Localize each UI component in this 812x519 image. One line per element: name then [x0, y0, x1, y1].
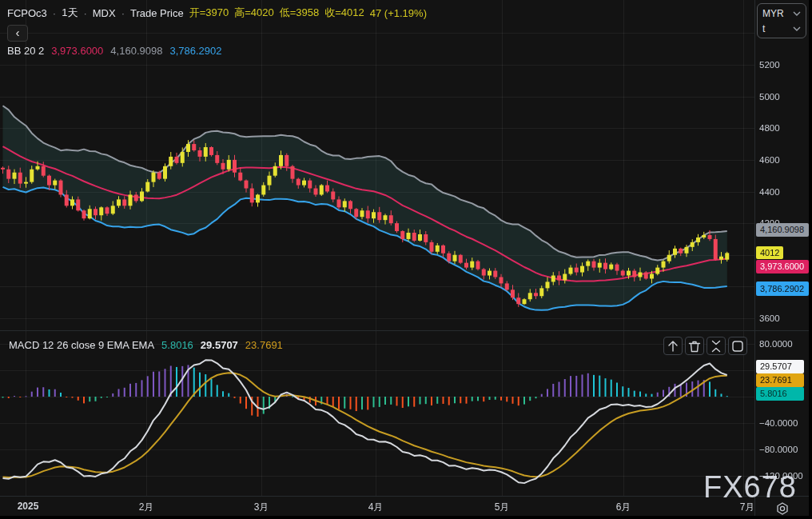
time-axis-label: 5月 — [495, 501, 510, 514]
back-button[interactable]: ‹ — [7, 25, 28, 42]
axis-settings-button[interactable] — [774, 501, 791, 516]
chevron-down-icon — [793, 26, 801, 31]
symbol-header: FCPOc3 · 1天 · MDX · Trade Price 开=3970 高… — [7, 6, 427, 20]
separator-dot: · — [53, 7, 56, 19]
time-axis-label: 2月 — [139, 501, 154, 514]
bb-lower-price-tag: 3,786.2902 — [756, 281, 809, 296]
time-axis-label-year: 2025 — [18, 501, 39, 512]
unit-selector: MYR t — [757, 3, 806, 38]
collapse-pane-button[interactable] — [707, 337, 726, 355]
unit-value: t — [762, 23, 765, 34]
bb-upper-price-tag: 4,160.9098 — [756, 223, 809, 237]
chevron-down-icon — [793, 11, 801, 16]
trading-app-window: FCPOc3 · 1天 · MDX · Trade Price 开=3970 高… — [0, 0, 812, 519]
delete-pane-button[interactable] — [685, 337, 704, 355]
interval-label[interactable]: 1天 — [62, 6, 78, 20]
arrow-up-icon — [664, 337, 682, 355]
trash-icon — [686, 337, 703, 355]
macd-label: MACD 12 26 close 9 EMA EMA — [9, 339, 154, 351]
currency-dropdown[interactable]: MYR — [762, 6, 801, 21]
move-pane-up-button[interactable] — [663, 337, 683, 355]
collapse-chevrons-icon — [707, 337, 725, 355]
macd-indicator-legend[interactable]: MACD 12 26 close 9 EMA EMA 5.8016 29.570… — [9, 339, 283, 351]
separator-dot: · — [121, 7, 125, 19]
price-axis-label: 4600 — [759, 154, 780, 166]
bb-lower-value: 3,786.2902 — [169, 45, 221, 57]
bb-basis-price-tag: 3,973.6000 — [756, 260, 809, 273]
macd-line-tag: 29.5707 — [756, 360, 804, 373]
macd-axis-label: −120.0000 — [759, 469, 803, 482]
macd-pane-toolbar — [663, 337, 747, 355]
price-chart-canvas[interactable] — [0, 0, 809, 516]
bb-basis-value: 3,973.6000 — [51, 45, 103, 57]
macd-hist-tag: 5.8016 — [756, 387, 804, 401]
macd-hist-value: 5.8016 — [161, 339, 193, 351]
symbol-name[interactable]: FCPOc3 — [7, 7, 47, 19]
ohlc-close: 收=4012 — [324, 6, 364, 20]
time-axis-label: 4月 — [368, 501, 384, 514]
ohlc-open: 开=3970 — [189, 6, 229, 20]
last-price-tag: 4012 — [756, 246, 783, 259]
exchange-label: MDX — [93, 7, 116, 19]
unit-dropdown[interactable]: t — [762, 21, 801, 36]
pane-separator[interactable] — [0, 330, 809, 331]
chevron-left-icon: ‹ — [16, 26, 20, 39]
macd-axis-label: −40.0000 — [759, 417, 798, 429]
currency-value: MYR — [762, 8, 784, 19]
price-axis-separator — [754, 0, 755, 516]
chart-area: FCPOc3 · 1天 · MDX · Trade Price 开=3970 高… — [0, 0, 809, 516]
series-type-label: Trade Price — [130, 7, 184, 19]
macd-axis-label: 80.0000 — [759, 337, 793, 350]
bb-upper-value: 4,160.9098 — [110, 45, 162, 57]
macd-signal-value: 23.7691 — [245, 339, 283, 351]
price-axis-label: 5000 — [759, 90, 780, 103]
price-axis-label: 5200 — [759, 58, 780, 71]
maximize-pane-button[interactable] — [728, 337, 747, 355]
bb-indicator-legend[interactable]: BB 20 2 3,973.6000 4,160.9098 3,786.2902 — [7, 45, 222, 57]
maximize-icon — [729, 337, 746, 355]
bb-label: BB 20 2 — [7, 45, 44, 57]
price-axis-label: 4400 — [759, 186, 780, 198]
time-axis-label: 7月 — [740, 501, 755, 514]
macd-line-value: 29.5707 — [201, 339, 238, 351]
separator-dot: · — [83, 7, 86, 19]
ohlc-low: 低=3958 — [280, 6, 320, 20]
price-axis-label: 3600 — [759, 312, 780, 325]
ohlc-high: 高=4020 — [234, 6, 274, 20]
price-axis-label: 4800 — [759, 122, 780, 134]
change-value: 47 (+1.19%) — [370, 7, 427, 19]
time-axis-label: 3月 — [254, 501, 269, 514]
macd-axis-label: −80.0000 — [759, 443, 798, 456]
time-axis-label: 6月 — [616, 501, 631, 514]
time-axis-separator — [0, 496, 809, 497]
macd-signal-tag: 23.7691 — [756, 373, 804, 387]
gear-hexagon-icon — [774, 501, 791, 516]
